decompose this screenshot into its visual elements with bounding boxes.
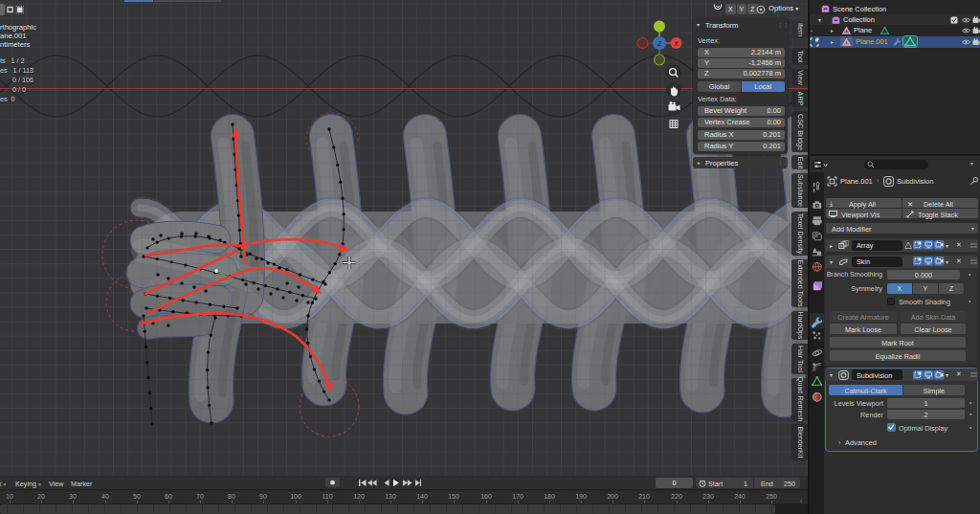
svg-text:X: X xyxy=(674,40,679,47)
svg-text:Z: Z xyxy=(657,39,662,48)
